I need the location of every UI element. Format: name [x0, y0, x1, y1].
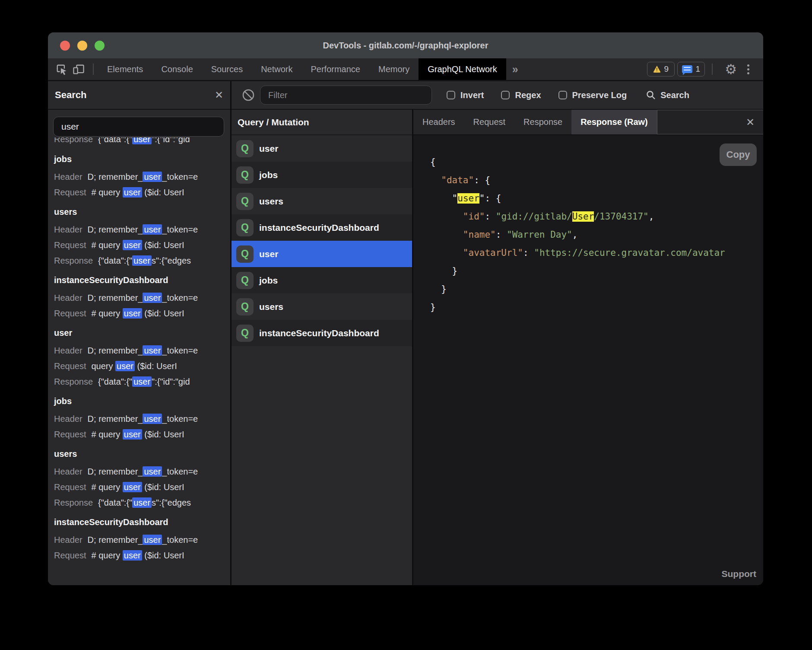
search-result-line: Response{"data":{"users":{"edges [54, 253, 229, 268]
search-input[interactable] [53, 117, 224, 137]
search-result-line: Request# query user ($id: UserI [54, 306, 229, 321]
search-result-group[interactable]: userHeaderD; remember_user_token=eReques… [54, 325, 229, 389]
query-type-badge: Q [236, 193, 254, 210]
query-list[interactable]: QuserQjobsQusersQinstanceSecurityDashboa… [232, 135, 412, 346]
tab-elements[interactable]: Elements [98, 58, 152, 80]
query-item-users[interactable]: Qusers [232, 188, 412, 214]
detail-tab-response-raw[interactable]: Response (Raw) [571, 110, 657, 134]
search-result-operation: users [54, 446, 229, 462]
query-item-label: jobs [259, 170, 278, 180]
issues-count: 1 [695, 64, 700, 74]
value-text: ($id: UserI [142, 551, 184, 560]
close-search-icon[interactable]: ✕ [215, 90, 223, 100]
json-token: : { [474, 175, 490, 185]
warnings-badge[interactable]: 9 [647, 62, 675, 76]
search-toggle-label: Search [660, 90, 689, 100]
match-highlight: user [457, 193, 479, 204]
json-line: "name": "Warren Day", [430, 226, 763, 244]
value-text: D; remember_ [88, 346, 143, 355]
toolbar-divider [712, 64, 713, 75]
query-item-user[interactable]: Quser [232, 135, 412, 162]
devtools-tabbar: ElementsConsoleSourcesNetworkPerformance… [48, 58, 763, 81]
search-result-value: D; remember_user_token=e [88, 224, 198, 235]
query-item-users[interactable]: Qusers [232, 293, 412, 320]
close-detail-icon[interactable]: ✕ [746, 117, 755, 127]
settings-gear-icon[interactable]: ⚙ [725, 63, 737, 76]
search-result-line: Response{"data":{"user":{"id":"gid [54, 374, 229, 389]
search-input-wrap [48, 110, 230, 137]
search-result-field-label: Header [54, 225, 82, 234]
copy-button[interactable]: Copy [720, 143, 757, 166]
kebab-menu-icon[interactable] [743, 62, 754, 77]
query-item-jobs[interactable]: Qjobs [232, 267, 412, 293]
tab-graphql-network[interactable]: GraphQL Network [419, 58, 506, 80]
value-text: _token=e [162, 225, 198, 234]
minimize-window-button[interactable] [77, 41, 87, 51]
json-token: "data" [441, 175, 474, 185]
search-result-group[interactable]: instanceSecurityDashboardHeaderD; rememb… [54, 272, 229, 321]
search-result-line: HeaderD; remember_user_token=e [54, 411, 229, 427]
inspect-element-icon[interactable] [54, 62, 69, 76]
checkbox-regex[interactable]: Regex [501, 90, 541, 100]
json-line: } [430, 280, 763, 298]
search-results-list[interactable]: Response{"data":{"user":{"id":"gidjobsHe… [48, 137, 229, 585]
checkbox-preserve-log[interactable]: Preserve Log [558, 90, 627, 100]
value-text: # query [92, 240, 123, 250]
value-text: {"data":{" [98, 377, 132, 386]
search-result-field-label: Header [54, 467, 82, 476]
tab-performance[interactable]: Performance [302, 58, 370, 80]
more-tabs-button[interactable]: » [506, 63, 523, 76]
search-result-field-label: Header [54, 172, 82, 182]
json-token: "gid://gitlab/ [496, 211, 572, 222]
tab-network[interactable]: Network [252, 58, 301, 80]
json-token [430, 229, 463, 240]
json-token: { [430, 157, 436, 167]
query-item-jobs[interactable]: Qjobs [232, 162, 412, 188]
search-toggle[interactable]: Search [646, 90, 689, 100]
search-result-group[interactable]: instanceSecurityDashboardHeaderD; rememb… [54, 514, 229, 563]
match-highlight: user [132, 137, 152, 144]
detail-tabband: HeadersRequestResponseResponse (Raw) ✕ [413, 110, 763, 135]
value-text: ":{"id":"gid [152, 377, 190, 386]
value-text: {"data":{" [98, 256, 132, 265]
device-toolbar-icon[interactable] [71, 62, 86, 76]
query-item-instancesecuritydashboard[interactable]: QinstanceSecurityDashboard [232, 320, 412, 346]
search-result-field-label: Request [54, 361, 86, 371]
search-result-group[interactable]: usersHeaderD; remember_user_token=eReque… [54, 204, 229, 268]
json-response-viewer[interactable]: { "data": { "user": { "id": "gid://gitla… [413, 136, 763, 585]
json-token [430, 193, 452, 204]
search-result-value: D; remember_user_token=e [88, 414, 198, 424]
zoom-window-button[interactable] [95, 41, 105, 51]
detail-tab-response[interactable]: Response [514, 110, 571, 134]
support-link[interactable]: Support [722, 569, 756, 579]
search-result-value: D; remember_user_token=e [88, 172, 198, 182]
search-result-partial[interactable]: Response{"data":{"user":{"id":"gid [54, 137, 229, 147]
query-type-badge: Q [236, 219, 254, 236]
search-result-group[interactable]: usersHeaderD; remember_user_token=eReque… [54, 446, 229, 510]
tab-memory[interactable]: Memory [369, 58, 419, 80]
query-type-badge: Q [236, 298, 254, 315]
detail-tab-headers[interactable]: Headers [413, 110, 464, 134]
match-highlight: user [123, 240, 142, 250]
clear-requests-icon[interactable] [241, 88, 255, 102]
query-item-user[interactable]: Quser [232, 241, 412, 267]
tab-sources[interactable]: Sources [202, 58, 252, 80]
query-item-label: user [259, 249, 278, 259]
search-result-group[interactable]: jobsHeaderD; remember_user_token=eReques… [54, 151, 229, 200]
status-badges: 9 1 ⚙ [647, 62, 754, 77]
close-window-button[interactable] [60, 41, 70, 51]
detail-tab-request[interactable]: Request [464, 110, 515, 134]
search-result-group[interactable]: jobsHeaderD; remember_user_token=eReques… [54, 393, 229, 442]
json-token: } [430, 284, 447, 294]
search-panel: Search ✕ Response{"data":{"user":{"id":"… [48, 81, 230, 585]
json-token: " [479, 193, 485, 204]
value-text: query [92, 361, 116, 371]
filter-input[interactable] [260, 86, 432, 105]
checkbox-invert[interactable]: Invert [447, 90, 484, 100]
search-result-line: Response{"data":{"users":{"edges [54, 495, 229, 510]
match-highlight: user [143, 466, 162, 477]
tab-console[interactable]: Console [152, 58, 202, 80]
issues-badge[interactable]: 1 [677, 62, 705, 76]
value-text: ($id: UserI [142, 188, 184, 197]
query-item-instancesecuritydashboard[interactable]: QinstanceSecurityDashboard [232, 214, 412, 241]
